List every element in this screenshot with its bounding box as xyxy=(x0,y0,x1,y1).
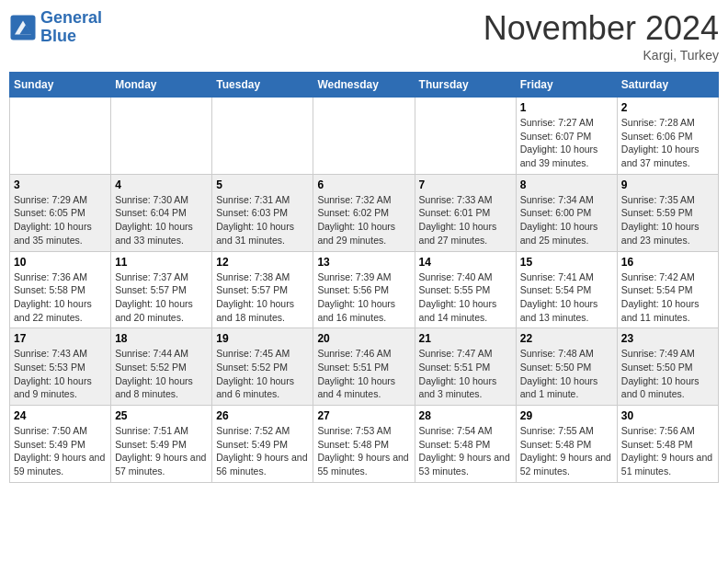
day-info-15: Sunrise: 7:41 AM Sunset: 5:54 PM Dayligh… xyxy=(520,270,613,325)
day-cell-15: 15Sunrise: 7:41 AM Sunset: 5:54 PM Dayli… xyxy=(516,251,617,328)
day-cell-18: 18Sunrise: 7:44 AM Sunset: 5:52 PM Dayli… xyxy=(111,328,212,406)
day-number-13: 13 xyxy=(317,256,410,269)
day-number-11: 11 xyxy=(115,256,208,269)
day-info-30: Sunrise: 7:56 AM Sunset: 5:48 PM Dayligh… xyxy=(621,424,714,478)
day-info-13: Sunrise: 7:39 AM Sunset: 5:56 PM Dayligh… xyxy=(317,270,410,325)
day-info-23: Sunrise: 7:49 AM Sunset: 5:50 PM Dayligh… xyxy=(621,347,714,401)
day-number-14: 14 xyxy=(419,256,512,269)
weekday-header-saturday: Saturday xyxy=(617,73,718,98)
day-cell-7: 7Sunrise: 7:33 AM Sunset: 6:01 PM Daylig… xyxy=(415,174,516,251)
day-number-4: 4 xyxy=(115,178,208,191)
empty-cell xyxy=(212,98,313,175)
day-info-18: Sunrise: 7:44 AM Sunset: 5:52 PM Dayligh… xyxy=(115,347,208,401)
day-number-2: 2 xyxy=(621,101,714,114)
day-number-29: 29 xyxy=(520,409,613,422)
day-info-12: Sunrise: 7:38 AM Sunset: 5:57 PM Dayligh… xyxy=(216,270,309,325)
day-info-22: Sunrise: 7:48 AM Sunset: 5:50 PM Dayligh… xyxy=(520,347,613,401)
day-info-5: Sunrise: 7:31 AM Sunset: 6:03 PM Dayligh… xyxy=(216,193,309,247)
day-info-29: Sunrise: 7:55 AM Sunset: 5:48 PM Dayligh… xyxy=(520,424,613,478)
day-number-30: 30 xyxy=(621,409,714,422)
day-info-19: Sunrise: 7:45 AM Sunset: 5:52 PM Dayligh… xyxy=(216,347,309,401)
day-cell-17: 17Sunrise: 7:43 AM Sunset: 5:53 PM Dayli… xyxy=(10,328,111,406)
day-cell-16: 16Sunrise: 7:42 AM Sunset: 5:54 PM Dayli… xyxy=(617,251,718,328)
day-info-14: Sunrise: 7:40 AM Sunset: 5:55 PM Dayligh… xyxy=(419,270,512,325)
weekday-header-monday: Monday xyxy=(111,73,212,98)
day-cell-3: 3Sunrise: 7:29 AM Sunset: 6:05 PM Daylig… xyxy=(10,174,111,251)
day-number-16: 16 xyxy=(621,256,714,269)
day-number-19: 19 xyxy=(216,332,309,345)
day-cell-24: 24Sunrise: 7:50 AM Sunset: 5:49 PM Dayli… xyxy=(10,406,111,483)
day-number-26: 26 xyxy=(216,409,309,422)
day-cell-19: 19Sunrise: 7:45 AM Sunset: 5:52 PM Dayli… xyxy=(212,328,313,406)
title-block: November 2024 Kargi, Turkey xyxy=(483,9,719,63)
day-info-26: Sunrise: 7:52 AM Sunset: 5:49 PM Dayligh… xyxy=(216,424,309,478)
day-info-27: Sunrise: 7:53 AM Sunset: 5:48 PM Dayligh… xyxy=(317,424,410,478)
day-number-8: 8 xyxy=(520,178,613,191)
day-number-17: 17 xyxy=(14,332,107,345)
day-cell-28: 28Sunrise: 7:54 AM Sunset: 5:48 PM Dayli… xyxy=(415,406,516,483)
day-number-7: 7 xyxy=(419,178,512,191)
day-cell-10: 10Sunrise: 7:36 AM Sunset: 5:58 PM Dayli… xyxy=(10,251,111,328)
day-cell-22: 22Sunrise: 7:48 AM Sunset: 5:50 PM Dayli… xyxy=(516,328,617,406)
weekday-header-row: SundayMondayTuesdayWednesdayThursdayFrid… xyxy=(10,73,719,98)
day-number-18: 18 xyxy=(115,332,208,345)
week-row-5: 24Sunrise: 7:50 AM Sunset: 5:49 PM Dayli… xyxy=(10,406,719,483)
day-number-3: 3 xyxy=(14,178,107,191)
day-cell-11: 11Sunrise: 7:37 AM Sunset: 5:57 PM Dayli… xyxy=(111,251,212,328)
logo: General Blue xyxy=(9,9,102,46)
day-info-28: Sunrise: 7:54 AM Sunset: 5:48 PM Dayligh… xyxy=(419,424,512,478)
weekday-header-wednesday: Wednesday xyxy=(313,73,415,98)
day-cell-8: 8Sunrise: 7:34 AM Sunset: 6:00 PM Daylig… xyxy=(516,174,617,251)
day-info-25: Sunrise: 7:51 AM Sunset: 5:49 PM Dayligh… xyxy=(115,424,208,478)
day-info-16: Sunrise: 7:42 AM Sunset: 5:54 PM Dayligh… xyxy=(621,270,714,325)
day-number-22: 22 xyxy=(520,332,613,345)
week-row-1: 1Sunrise: 7:27 AM Sunset: 6:07 PM Daylig… xyxy=(10,98,719,175)
day-info-10: Sunrise: 7:36 AM Sunset: 5:58 PM Dayligh… xyxy=(14,270,107,325)
day-cell-27: 27Sunrise: 7:53 AM Sunset: 5:48 PM Dayli… xyxy=(313,406,415,483)
day-cell-12: 12Sunrise: 7:38 AM Sunset: 5:57 PM Dayli… xyxy=(212,251,313,328)
day-info-20: Sunrise: 7:46 AM Sunset: 5:51 PM Dayligh… xyxy=(317,347,410,401)
day-info-4: Sunrise: 7:30 AM Sunset: 6:04 PM Dayligh… xyxy=(115,193,208,247)
day-info-3: Sunrise: 7:29 AM Sunset: 6:05 PM Dayligh… xyxy=(14,193,107,247)
location: Kargi, Turkey xyxy=(483,48,719,63)
logo-icon xyxy=(9,14,37,41)
day-number-21: 21 xyxy=(419,332,512,345)
day-number-1: 1 xyxy=(520,101,613,114)
day-cell-5: 5Sunrise: 7:31 AM Sunset: 6:03 PM Daylig… xyxy=(212,174,313,251)
day-info-1: Sunrise: 7:27 AM Sunset: 6:07 PM Dayligh… xyxy=(520,116,613,170)
day-number-27: 27 xyxy=(317,409,410,422)
day-info-8: Sunrise: 7:34 AM Sunset: 6:00 PM Dayligh… xyxy=(520,193,613,247)
weekday-header-thursday: Thursday xyxy=(415,73,516,98)
day-number-15: 15 xyxy=(520,256,613,269)
empty-cell xyxy=(313,98,415,175)
day-number-10: 10 xyxy=(14,256,107,269)
day-number-6: 6 xyxy=(317,178,410,191)
weekday-header-friday: Friday xyxy=(516,73,617,98)
day-cell-1: 1Sunrise: 7:27 AM Sunset: 6:07 PM Daylig… xyxy=(516,98,617,175)
day-info-11: Sunrise: 7:37 AM Sunset: 5:57 PM Dayligh… xyxy=(115,270,208,325)
day-number-20: 20 xyxy=(317,332,410,345)
day-cell-25: 25Sunrise: 7:51 AM Sunset: 5:49 PM Dayli… xyxy=(111,406,212,483)
empty-cell xyxy=(10,98,111,175)
week-row-2: 3Sunrise: 7:29 AM Sunset: 6:05 PM Daylig… xyxy=(10,174,719,251)
weekday-header-tuesday: Tuesday xyxy=(212,73,313,98)
week-row-3: 10Sunrise: 7:36 AM Sunset: 5:58 PM Dayli… xyxy=(10,251,719,328)
week-row-4: 17Sunrise: 7:43 AM Sunset: 5:53 PM Dayli… xyxy=(10,328,719,406)
weekday-header-sunday: Sunday xyxy=(10,73,111,98)
day-info-7: Sunrise: 7:33 AM Sunset: 6:01 PM Dayligh… xyxy=(419,193,512,247)
day-number-9: 9 xyxy=(621,178,714,191)
day-cell-30: 30Sunrise: 7:56 AM Sunset: 5:48 PM Dayli… xyxy=(617,406,718,483)
day-cell-2: 2Sunrise: 7:28 AM Sunset: 6:06 PM Daylig… xyxy=(617,98,718,175)
day-cell-29: 29Sunrise: 7:55 AM Sunset: 5:48 PM Dayli… xyxy=(516,406,617,483)
day-number-5: 5 xyxy=(216,178,309,191)
day-info-2: Sunrise: 7:28 AM Sunset: 6:06 PM Dayligh… xyxy=(621,116,714,170)
page-header: General Blue November 2024 Kargi, Turkey xyxy=(9,9,719,63)
day-info-24: Sunrise: 7:50 AM Sunset: 5:49 PM Dayligh… xyxy=(14,424,107,478)
day-info-6: Sunrise: 7:32 AM Sunset: 6:02 PM Dayligh… xyxy=(317,193,410,247)
day-cell-9: 9Sunrise: 7:35 AM Sunset: 5:59 PM Daylig… xyxy=(617,174,718,251)
day-number-12: 12 xyxy=(216,256,309,269)
day-info-9: Sunrise: 7:35 AM Sunset: 5:59 PM Dayligh… xyxy=(621,193,714,247)
day-cell-6: 6Sunrise: 7:32 AM Sunset: 6:02 PM Daylig… xyxy=(313,174,415,251)
empty-cell xyxy=(111,98,212,175)
empty-cell xyxy=(415,98,516,175)
